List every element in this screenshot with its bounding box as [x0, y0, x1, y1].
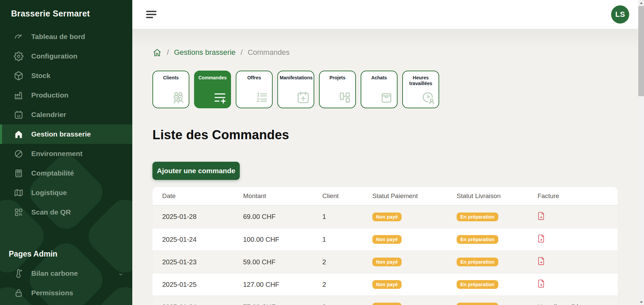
order-payment-cell: Non payé	[363, 235, 447, 244]
order-invoice-cell	[528, 257, 618, 267]
tab-offres[interactable]: Offres12	[236, 71, 273, 108]
tab-projets[interactable]: Projets	[319, 71, 356, 108]
breadcrumb-separator: /	[241, 48, 243, 57]
sidebar-item-gestion-brasserie[interactable]: Gestion brasserie	[0, 124, 132, 144]
avatar[interactable]: LS	[611, 5, 629, 24]
home-icon[interactable]	[152, 48, 162, 57]
order-date-cell: 2025-01-23	[152, 258, 233, 266]
admin-section-label: Pages Admin	[0, 244, 132, 264]
add-order-button[interactable]: Ajouter une commande	[152, 162, 240, 180]
scrollbar-thumb[interactable]	[638, 6, 644, 96]
leaf-icon	[14, 149, 24, 159]
order-date-cell: 2025-01-25	[152, 281, 233, 289]
delivery-status-badge: En préparation	[457, 280, 498, 289]
sidebar-item-scan-de-qr[interactable]: Scan de QR	[0, 202, 132, 222]
header-facture: Facture	[528, 192, 618, 200]
gear-icon	[14, 51, 24, 61]
main-area: LS / Gestions brasserie / Commandes Clie…	[132, 0, 644, 305]
orders-table: Date Montant Client Statut Paiement Stat…	[152, 187, 618, 305]
order-amount-cell: 100.00 CHF	[233, 236, 313, 243]
tab-manifestations[interactable]: Manifestations	[277, 71, 314, 108]
sidebar-item-label: Comptabilité	[31, 169, 74, 177]
sidebar-item-permissions[interactable]: Permissions	[0, 283, 132, 303]
tab-commandes[interactable]: Commandes	[194, 71, 231, 108]
chevron-down-icon[interactable]	[118, 271, 124, 276]
order-delivery-cell: En préparation	[447, 258, 528, 266]
order-amount-cell: 77.00 CHF	[233, 303, 313, 305]
package-icon	[14, 71, 24, 81]
content-area: / Gestions brasserie / Commandes Clients…	[132, 29, 644, 305]
payment-status-badge: Non payé	[372, 258, 402, 266]
pdf-file-icon[interactable]	[538, 234, 545, 243]
sidebar-item-bilan-carbone[interactable]: Bilan carbone	[0, 264, 132, 283]
pdf-file-icon[interactable]	[538, 279, 545, 288]
delivery-status-badge: En préparation	[457, 258, 498, 266]
order-payment-cell: Non payé	[363, 303, 447, 305]
page-title: Liste des Commandes	[152, 128, 644, 142]
sidebar-item-tableau-de-bord[interactable]: Tableau de bord	[0, 27, 132, 46]
sidebar-item-environnement[interactable]: Environnement	[0, 144, 132, 163]
invoice-unavailable-text: Non disponible	[538, 303, 582, 305]
order-row: 2025-01-2477.00 CHF3Non payéEn préparati…	[152, 296, 618, 305]
tab-label: Heures travaillées	[403, 75, 439, 86]
header-statut-paiement: Statut Paiement	[363, 192, 447, 200]
tab-label: Commandes	[195, 75, 230, 81]
order-date-cell: 2025-01-24	[152, 236, 233, 243]
svg-text:12: 12	[17, 114, 20, 117]
sidebar-nav: Tableau de bordConfigurationStockProduct…	[0, 27, 132, 222]
tab-heures-travaillees[interactable]: Heures travaillées	[402, 71, 439, 108]
payment-status-badge: Non payé	[372, 280, 402, 289]
sidebar-item-label: Environnement	[31, 150, 83, 158]
pdf-file-icon[interactable]	[538, 212, 545, 220]
order-row: 2025-01-2359.00 CHF2Non payéEn préparati…	[152, 251, 618, 273]
hamburger-menu-icon[interactable]	[146, 11, 156, 18]
tab-achats[interactable]: Achats	[361, 71, 398, 108]
sidebar-item-label: Tableau de bord	[31, 33, 85, 41]
sidebar-item-logistique[interactable]: Logistique	[0, 183, 132, 202]
pdf-file-icon[interactable]	[538, 257, 545, 265]
home-filled-icon	[14, 129, 24, 139]
order-client-cell: 3	[313, 303, 363, 305]
order-client-cell: 1	[313, 213, 363, 221]
order-payment-cell: Non payé	[363, 258, 447, 266]
sidebar: Brasserie Sermaret Tableau de bordConfig…	[0, 0, 132, 305]
sidebar-item-configuration[interactable]: Configuration	[0, 46, 132, 66]
tab-label: Manifestations	[278, 75, 314, 81]
order-delivery-cell: En préparation	[447, 235, 528, 244]
breadcrumb-separator: /	[167, 48, 169, 57]
tab-label: Offres	[236, 75, 272, 81]
orders-table-body: 2025-01-2869.00 CHF1Non payéEn préparati…	[152, 205, 618, 305]
sidebar-item-label: Scan de QR	[31, 208, 71, 216]
order-row: 2025-01-25127.00 CHF2Non payéEn préparat…	[152, 273, 618, 296]
map-icon	[14, 188, 24, 198]
order-invoice-cell	[528, 212, 618, 222]
delivery-status-badge: En préparation	[457, 235, 498, 244]
scroll-up-button[interactable]	[638, 0, 644, 6]
topbar: LS	[132, 0, 644, 29]
sidebar-item-label: Bilan carbone	[31, 269, 78, 277]
orders-table-header: Date Montant Client Statut Paiement Stat…	[152, 187, 618, 205]
tab-clients[interactable]: Clients	[152, 71, 189, 108]
breadcrumb-link-gestions-brasserie[interactable]: Gestions brasserie	[174, 48, 235, 57]
app-window: Brasserie Sermaret Tableau de bordConfig…	[0, 0, 644, 305]
admin-section: Pages Admin Bilan carbonePermissions	[0, 244, 132, 303]
order-payment-cell: Non payé	[363, 213, 447, 221]
vertical-scrollbar[interactable]	[638, 0, 644, 305]
brand-title: Brasserie Sermaret	[0, 0, 132, 18]
sidebar-item-comptabilite[interactable]: Comptabilité	[0, 163, 132, 183]
scroll-down-button[interactable]	[638, 299, 644, 305]
sidebar-item-label: Calendrier	[31, 111, 66, 119]
factory-icon	[14, 90, 24, 100]
sidebar-item-calendrier[interactable]: 12Calendrier	[0, 105, 132, 124]
sidebar-item-production[interactable]: Production	[0, 85, 132, 105]
sidebar-admin-nav: Bilan carbonePermissions	[0, 264, 132, 303]
order-invoice-cell	[528, 279, 618, 290]
order-date-cell: 2025-01-28	[152, 213, 233, 221]
header-date: Date	[152, 192, 233, 200]
tab-label: Clients	[153, 75, 189, 81]
sidebar-item-label: Configuration	[31, 52, 78, 60]
tab-label: Projets	[320, 75, 355, 81]
order-delivery-cell: En préparation	[447, 213, 528, 221]
order-amount-cell: 59.00 CHF	[233, 258, 313, 266]
sidebar-item-stock[interactable]: Stock	[0, 66, 132, 85]
